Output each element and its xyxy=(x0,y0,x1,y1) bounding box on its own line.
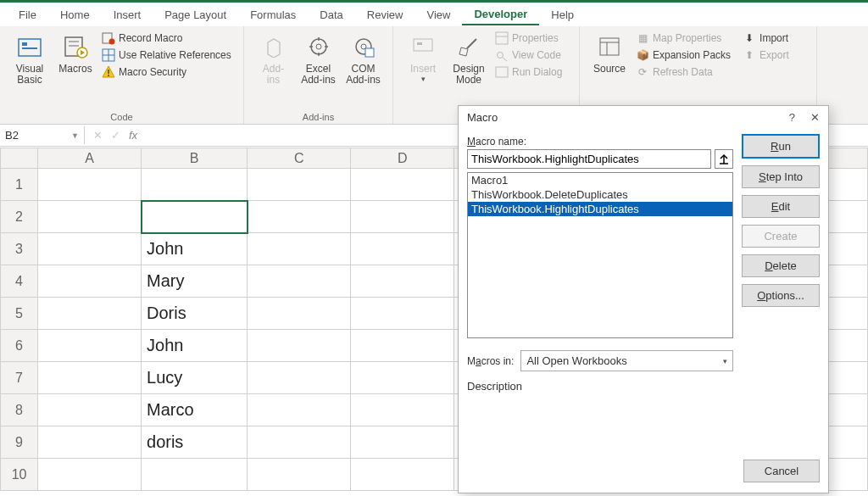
select-all-corner[interactable] xyxy=(1,148,38,169)
macros-in-select[interactable]: All Open Workbooks ▾ xyxy=(520,350,733,371)
macro-list-item[interactable]: Macro1 xyxy=(468,173,732,187)
cell[interactable] xyxy=(248,362,351,394)
row-header[interactable]: 10 xyxy=(1,459,38,491)
view-code-button[interactable]: View Code xyxy=(492,47,565,64)
fx-icon[interactable]: fx xyxy=(129,129,137,142)
cell[interactable] xyxy=(38,330,142,362)
cell[interactable] xyxy=(38,265,142,298)
macro-security-button[interactable]: Macro Security xyxy=(98,64,235,81)
run-button[interactable]: Run xyxy=(742,134,820,159)
row-header[interactable]: 1 xyxy=(1,169,38,201)
cell[interactable]: Lucy xyxy=(142,362,248,394)
cell[interactable] xyxy=(38,169,142,201)
cell[interactable] xyxy=(351,169,454,201)
delete-button[interactable]: Delete xyxy=(742,254,820,277)
menu-tab-review[interactable]: Review xyxy=(355,5,415,25)
cell[interactable] xyxy=(248,298,351,330)
row-header[interactable]: 9 xyxy=(1,426,38,459)
excel-addins-button[interactable]: Excel Add-ins xyxy=(296,30,341,110)
menu-tab-help[interactable]: Help xyxy=(539,5,586,25)
cell[interactable]: John xyxy=(142,233,248,265)
row-header[interactable]: 7 xyxy=(1,362,38,394)
import-button[interactable]: ⬇ Import xyxy=(739,30,793,47)
macro-list-item[interactable]: ThisWorkbook.DeleteDuplicates xyxy=(468,187,732,202)
cell[interactable] xyxy=(248,169,351,201)
cell[interactable] xyxy=(38,233,142,265)
menu-tab-formulas[interactable]: Formulas xyxy=(238,5,308,25)
run-dialog-button[interactable]: Run Dialog xyxy=(492,64,565,81)
cell[interactable] xyxy=(248,330,351,362)
record-macro-button[interactable]: Record Macro xyxy=(98,30,235,47)
visual-basic-button[interactable]: Visual Basic xyxy=(7,30,53,110)
cell[interactable]: John xyxy=(142,330,248,362)
cell[interactable] xyxy=(248,459,351,491)
macro-reference-button[interactable] xyxy=(715,149,733,169)
properties-button[interactable]: Properties xyxy=(492,30,565,47)
edit-button[interactable]: Edit xyxy=(742,195,820,218)
cell[interactable]: Mary xyxy=(142,265,248,298)
macro-list[interactable]: Macro1ThisWorkbook.DeleteDuplicatesThisW… xyxy=(467,172,733,338)
cell[interactable] xyxy=(248,233,351,265)
cell[interactable]: Doris xyxy=(142,298,248,330)
com-addins-button[interactable]: COM Add-ins xyxy=(341,30,386,110)
cell[interactable] xyxy=(351,298,454,330)
cell[interactable] xyxy=(38,362,142,394)
name-box[interactable]: B2 ▼ xyxy=(0,126,85,144)
menu-tab-home[interactable]: Home xyxy=(48,5,102,25)
cell[interactable] xyxy=(142,459,248,491)
refresh-data-button[interactable]: ⟳ Refresh Data xyxy=(632,64,734,81)
cell[interactable] xyxy=(351,394,454,426)
insert-control-button[interactable]: Insert ▾ xyxy=(400,30,446,120)
cell[interactable] xyxy=(248,394,351,426)
macros-button[interactable]: Macros xyxy=(53,30,98,110)
menu-tab-view[interactable]: View xyxy=(415,5,462,25)
export-button[interactable]: ⬆ Export xyxy=(739,47,793,64)
cell[interactable] xyxy=(351,265,454,298)
row-header[interactable]: 3 xyxy=(1,233,38,265)
cell[interactable] xyxy=(38,426,142,459)
expansion-packs-button[interactable]: 📦 Expansion Packs xyxy=(632,47,734,64)
column-header[interactable]: D xyxy=(351,148,454,169)
cell[interactable] xyxy=(351,362,454,394)
macro-list-item[interactable]: ThisWorkbook.HighlightDuplicates xyxy=(468,202,732,216)
column-header[interactable]: C xyxy=(248,148,351,169)
cell[interactable]: doris xyxy=(142,426,248,459)
column-header[interactable]: B xyxy=(142,148,248,169)
menu-tab-developer[interactable]: Developer xyxy=(462,4,539,25)
cell[interactable] xyxy=(351,201,454,233)
row-header[interactable]: 8 xyxy=(1,394,38,426)
cell[interactable] xyxy=(351,459,454,491)
addins-button[interactable]: Add- ins xyxy=(251,30,296,110)
cell[interactable] xyxy=(38,298,142,330)
menu-tab-insert[interactable]: Insert xyxy=(102,5,153,25)
cell[interactable] xyxy=(351,426,454,459)
macro-name-input[interactable] xyxy=(467,149,711,169)
row-header[interactable]: 5 xyxy=(1,298,38,330)
menu-tab-data[interactable]: Data xyxy=(308,5,354,25)
cell[interactable]: Marco xyxy=(142,394,248,426)
column-header[interactable]: A xyxy=(38,148,142,169)
cell[interactable] xyxy=(38,459,142,491)
use-relative-references-button[interactable]: Use Relative References xyxy=(98,47,235,64)
step-into-button[interactable]: Step Into xyxy=(742,165,820,188)
row-header[interactable]: 6 xyxy=(1,330,38,362)
map-properties-button[interactable]: ▦ Map Properties xyxy=(632,30,734,47)
options-button[interactable]: Options... xyxy=(742,284,820,307)
help-icon[interactable]: ? xyxy=(789,111,795,124)
cell[interactable] xyxy=(38,394,142,426)
cancel-formula-icon[interactable]: ✕ xyxy=(93,129,103,142)
cancel-button[interactable]: Cancel xyxy=(743,460,820,482)
cell[interactable] xyxy=(142,169,248,201)
enter-formula-icon[interactable]: ✓ xyxy=(111,129,120,142)
row-header[interactable]: 4 xyxy=(1,265,38,298)
cell[interactable] xyxy=(351,330,454,362)
cell[interactable] xyxy=(248,265,351,298)
cell[interactable] xyxy=(351,233,454,265)
close-icon[interactable]: ✕ xyxy=(810,111,820,124)
cell[interactable] xyxy=(248,426,351,459)
menu-tab-page-layout[interactable]: Page Layout xyxy=(153,5,238,25)
cell[interactable] xyxy=(142,201,248,233)
row-header[interactable]: 2 xyxy=(1,201,38,233)
cell[interactable] xyxy=(248,201,351,233)
cell[interactable] xyxy=(38,201,142,233)
